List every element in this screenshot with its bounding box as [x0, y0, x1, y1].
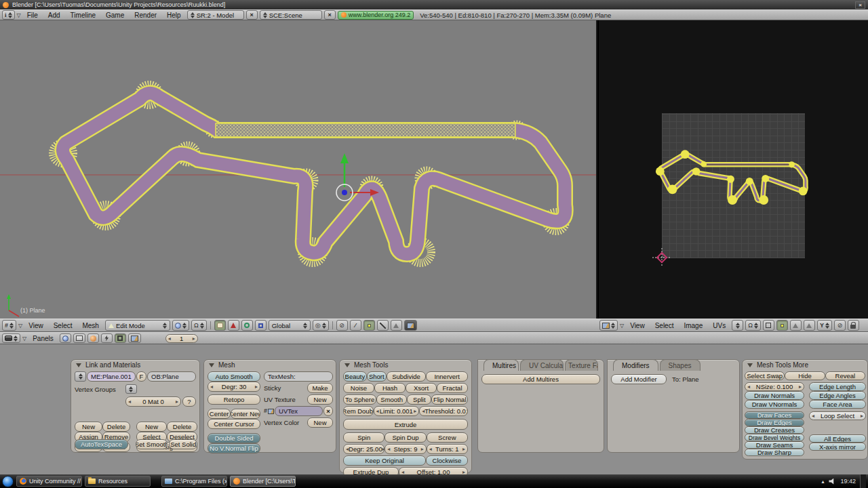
panel-collapse-icon[interactable]: [747, 363, 753, 367]
menu-image[interactable]: Image: [679, 322, 707, 329]
vertex-color-new-button[interactable]: New: [307, 418, 333, 428]
flip-normal-button[interactable]: Flip Normal: [431, 394, 468, 405]
draw-normals-toggle[interactable]: Draw Normals: [745, 391, 804, 400]
object-name-field[interactable]: OB:Plane: [147, 371, 196, 382]
header-collapse-icon[interactable]: [620, 323, 624, 329]
menu-uvs[interactable]: UVs: [709, 322, 730, 329]
autosmooth-degrees-stepper[interactable]: Degr: 30: [208, 382, 260, 392]
shading-buttons-tab[interactable]: [87, 333, 99, 343]
innervert-dropdown[interactable]: Innervert: [426, 371, 468, 382]
vgroup-delete-button[interactable]: Delete: [102, 422, 130, 432]
menu-select-uv[interactable]: Select: [651, 322, 678, 329]
uv-edge-select-mode[interactable]: [790, 320, 802, 331]
beauty-toggle[interactable]: Beauty: [343, 371, 367, 382]
spin-degrees-stepper[interactable]: Degr: 25.00: [343, 444, 384, 454]
spin-turns-stepper[interactable]: Turns: 1: [427, 444, 468, 454]
screw-button[interactable]: Screw: [427, 432, 468, 443]
uv-layout-overlay[interactable]: [599, 20, 868, 319]
render-preview-button[interactable]: [404, 320, 417, 331]
draw-vnormals-toggle[interactable]: Draw VNormals: [745, 400, 804, 409]
draw-faces-toggle[interactable]: Draw Faces: [745, 411, 804, 419]
extrude-button[interactable]: Extrude: [343, 419, 468, 430]
header-collapse-icon[interactable]: [22, 336, 26, 342]
menu-view[interactable]: View: [24, 322, 47, 329]
menu-game[interactable]: Game: [102, 12, 128, 19]
taskbar-item-blender-active[interactable]: Blender [C:\Users\Tu...: [230, 476, 296, 487]
speaker-icon[interactable]: [829, 479, 835, 485]
menu-file[interactable]: File: [23, 12, 42, 19]
taskbar-item-resources-folder[interactable]: Resources: [85, 476, 151, 487]
tab-modifiers[interactable]: Modifiers: [613, 359, 658, 371]
threshold-stepper[interactable]: Threshold: 0.010: [419, 406, 468, 416]
subdivided-straight-section[interactable]: [216, 123, 515, 137]
face-select-mode[interactable]: [391, 320, 402, 331]
manipulator-y-arrow[interactable]: [340, 153, 349, 163]
mesh-editmode-canvas[interactable]: [0, 20, 596, 319]
editing-buttons-tab[interactable]: [115, 333, 126, 343]
viewport-3d[interactable]: (1) Plane: [0, 20, 597, 319]
manipulator-translate-toggle[interactable]: [214, 320, 226, 331]
uv-lock-toggle[interactable]: [848, 320, 859, 331]
add-multires-button[interactable]: Add Multires: [481, 374, 600, 384]
loop-select-dropdown[interactable]: Loop Select: [809, 411, 866, 420]
panel-collapse-icon[interactable]: [344, 363, 350, 367]
editor-type-button-buttons[interactable]: [2, 333, 20, 343]
menu-mesh[interactable]: Mesh: [78, 322, 102, 329]
uv-image-editor[interactable]: [599, 20, 868, 319]
taskbar-item-firefox[interactable]: Unity Community // ...: [16, 476, 82, 487]
spin-dup-button[interactable]: Spin Dup: [384, 432, 426, 443]
draw-seams-toggle[interactable]: Draw Seams: [745, 441, 804, 449]
uv-vertex-select-mode[interactable]: [776, 320, 788, 331]
scene-delete-button[interactable]: [324, 10, 336, 20]
manipulator-rotate-toggle[interactable]: [228, 320, 239, 331]
image-browse-dropdown[interactable]: [732, 320, 743, 331]
material-help-button[interactable]: ?: [182, 396, 196, 407]
double-sided-toggle[interactable]: Double Sided: [208, 433, 260, 443]
uv-brush-button[interactable]: [834, 320, 846, 331]
draw-type-dropdown[interactable]: [172, 320, 189, 331]
sticky-make-button[interactable]: Make: [307, 383, 333, 393]
vgroup-new-button[interactable]: New: [75, 422, 102, 432]
set-smooth-button[interactable]: Set Smooth: [136, 439, 167, 449]
tab-shapes[interactable]: Shapes: [660, 359, 701, 371]
spin-button[interactable]: Spin: [343, 432, 384, 443]
snap-dropdown[interactable]: [313, 320, 329, 331]
menu-add[interactable]: Add: [44, 12, 64, 19]
context-page-stepper[interactable]: 1: [165, 334, 198, 343]
select-swap-button[interactable]: Select Swap: [745, 371, 785, 380]
menu-help[interactable]: Help: [163, 12, 185, 19]
logic-buttons-tab[interactable]: [60, 333, 71, 343]
uv-texture-new-button[interactable]: New: [307, 394, 333, 405]
uvtex-name-field[interactable]: UVTex: [275, 406, 323, 416]
noise-button[interactable]: Noise: [343, 383, 374, 393]
start-button[interactable]: [2, 476, 14, 487]
fractal-button[interactable]: Fractal: [437, 383, 468, 393]
object-buttons-tab[interactable]: [101, 333, 113, 343]
tab-uv-calculate[interactable]: UV Calculat: [520, 359, 564, 371]
screen-selector[interactable]: SR:2 - Model: [187, 10, 244, 20]
uvtex-delete-button[interactable]: [323, 406, 333, 416]
keep-original-toggle[interactable]: Keep Original: [343, 455, 426, 466]
pivot-dropdown[interactable]: [191, 320, 207, 331]
center-button[interactable]: Center: [208, 409, 231, 419]
manipulator-combo-toggle[interactable]: [255, 320, 267, 331]
uv-face-select-mode[interactable]: [804, 320, 815, 331]
mode-dropdown[interactable]: Edit Mode: [105, 320, 170, 331]
texmesh-field[interactable]: TexMesh:: [264, 371, 333, 382]
center-new-button[interactable]: Center New: [231, 409, 260, 419]
add-modifier-button[interactable]: Add Modifier: [611, 374, 667, 384]
auto-smooth-toggle[interactable]: Auto Smooth: [208, 371, 260, 382]
no-vnormal-flip-toggle[interactable]: No V.Normal Flip: [208, 443, 260, 453]
tray-expand-icon[interactable]: [821, 478, 824, 485]
menu-select[interactable]: Select: [50, 322, 77, 329]
face-area-toggle[interactable]: Face Area: [809, 400, 866, 409]
center-cursor-button[interactable]: Center Cursor: [208, 419, 260, 429]
menu-view-uv[interactable]: View: [626, 322, 649, 329]
uv-unwrap-of-track[interactable]: [656, 150, 808, 205]
tab-multires[interactable]: Multires: [484, 359, 519, 371]
edge-length-toggle[interactable]: Edge Length: [809, 382, 866, 391]
header-collapse-icon[interactable]: [17, 12, 21, 18]
material-index-stepper[interactable]: 0 Mat 0: [125, 396, 181, 407]
editor-type-button-3d[interactable]: [2, 320, 16, 331]
clockwise-toggle[interactable]: Clockwise: [426, 455, 468, 466]
